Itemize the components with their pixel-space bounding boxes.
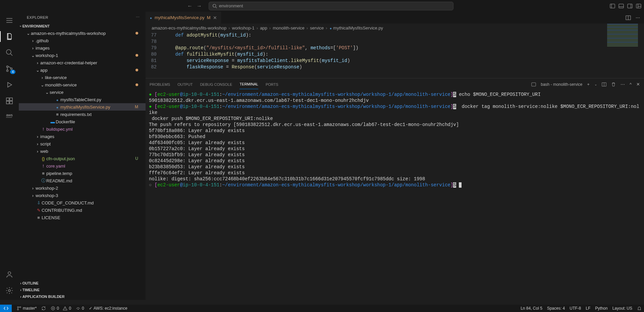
menu-icon[interactable] (5, 16, 13, 24)
indentation[interactable]: Spaces: 4 (545, 306, 567, 311)
layout-panel-icon[interactable] (619, 3, 624, 9)
tab-terminal[interactable]: TERMINAL (239, 79, 258, 89)
maximize-panel-icon[interactable]: ^ (630, 82, 632, 87)
tab-active[interactable]: ⬥ mythicalMysfitsService.py M ✕ (146, 12, 221, 23)
ports[interactable]: 0 (73, 306, 87, 311)
tab-output[interactable]: OUTPUT (177, 80, 193, 89)
tab-ports[interactable]: PORTS (266, 80, 278, 89)
aws-status[interactable]: ✓AWS: ec2:instance (87, 306, 130, 311)
breadcrumb-item[interactable]: amazon-ecs-mythicalmysfits-workshop (152, 25, 226, 30)
kill-terminal-icon[interactable] (611, 82, 616, 87)
editor-more-icon[interactable]: ⋯ (636, 15, 640, 20)
terminal-dropdown-icon[interactable]: ⌄ (594, 82, 597, 86)
folder-item[interactable]: ›images (19, 44, 146, 52)
folder-item[interactable]: ›like-service (19, 74, 146, 81)
close-panel-icon[interactable]: ✕ (636, 82, 640, 87)
section-outline[interactable]: ›OUTLINE (19, 280, 146, 287)
svg-point-0 (213, 4, 216, 7)
breadcrumb-item[interactable]: workshop-1 (232, 25, 255, 30)
file-item[interactable]: ▬Dockerfile (19, 118, 146, 125)
git-branch[interactable]: master* (14, 306, 39, 311)
language-mode[interactable]: Python (593, 306, 610, 311)
keyboard-layout[interactable]: Layout: US (610, 306, 635, 311)
terminal-label[interactable]: bash - monolith-service (541, 82, 582, 87)
layout-sidebar-right-icon[interactable] (627, 3, 633, 9)
folder-item[interactable]: ›amazon-ecr-credential-helper (19, 59, 146, 66)
folder-item[interactable]: ⌄service (19, 88, 146, 96)
svg-rect-20 (6, 98, 9, 101)
breadcrumb-item[interactable]: ⬥ mythicalMysfitsService.py (329, 25, 383, 30)
nav-forward-icon[interactable]: → (197, 3, 202, 9)
folder-item[interactable]: ›web (19, 147, 146, 155)
sidebar-more-icon[interactable]: ⋯ (136, 15, 140, 19)
folder-item[interactable]: ›workshop-2 (19, 184, 146, 192)
folder-item[interactable]: ⌄amazon-ecs-mythicalmysfits-workshop (19, 29, 146, 37)
close-icon[interactable]: ✕ (213, 15, 217, 20)
folder-item[interactable]: ⌄monolith-service (19, 81, 146, 88)
breadcrumb[interactable]: amazon-ecs-mythicalmysfits-workshop›work… (146, 23, 644, 32)
terminal-content[interactable]: ● [ec2-user@ip-10-0-4-151:~/environment/… (146, 90, 644, 300)
file-item[interactable]: !core.yaml (19, 162, 146, 170)
svg-rect-4 (619, 4, 624, 8)
nav-back-icon[interactable]: ← (187, 3, 193, 9)
svg-rect-22 (6, 101, 9, 104)
breadcrumb-item[interactable]: app (260, 25, 267, 30)
file-item[interactable]: ⓘREADME.md (19, 177, 146, 184)
layout-customize-icon[interactable] (636, 3, 641, 9)
remote-indicator[interactable] (0, 305, 12, 312)
section-timeline[interactable]: ›TIMELINE (19, 287, 146, 293)
git-sync[interactable] (39, 306, 48, 311)
debug-nav-icon[interactable] (5, 81, 13, 89)
file-item[interactable]: ⬥mysfitsTableClient.py (19, 96, 146, 103)
extensions-icon[interactable] (5, 97, 13, 105)
folder-item[interactable]: ›images (19, 133, 146, 140)
scm-icon[interactable]: 4 (5, 65, 13, 73)
aws-icon[interactable]: aws (6, 113, 13, 118)
file-item[interactable]: ⇩CODE_OF_CONDUCT.md (19, 199, 146, 206)
svg-point-25 (8, 290, 10, 292)
split-terminal-icon[interactable] (602, 82, 606, 87)
file-item[interactable]: ≡pipeline.temp (19, 170, 146, 177)
file-item[interactable]: {}cfn-output.jsonU (19, 155, 146, 162)
svg-point-17 (7, 70, 8, 72)
explorer-icon[interactable] (5, 33, 13, 41)
svg-point-38 (78, 309, 78, 310)
new-terminal-icon[interactable]: + (587, 82, 590, 87)
section-appbuilder[interactable]: ›APPLICATION BUILDER (19, 293, 146, 300)
layout-sidebar-left-icon[interactable] (610, 3, 615, 9)
file-item[interactable]: ≡LICENSE (19, 214, 146, 221)
cursor-position[interactable]: Ln 84, Col 5 (518, 306, 545, 311)
settings-icon[interactable] (5, 287, 13, 295)
scm-badge: 4 (10, 70, 15, 74)
tab-problems[interactable]: PROBLEMS (150, 80, 170, 89)
command-center[interactable]: environment (209, 2, 453, 10)
folder-item[interactable]: ›workshop-3 (19, 192, 146, 199)
chevron-right-icon: › (20, 281, 21, 285)
breadcrumb-item[interactable]: service (310, 25, 324, 30)
file-item[interactable]: ≡requirements.txt (19, 111, 146, 118)
eol[interactable]: LF (583, 306, 593, 311)
section-environment[interactable]: › ENVIRONMENT (19, 23, 146, 29)
notifications-icon[interactable] (635, 306, 644, 311)
file-item[interactable]: ✎CONTRIBUTING.md (19, 206, 146, 214)
search-nav-icon[interactable] (5, 49, 13, 57)
breadcrumb-item[interactable]: monolith-service (273, 25, 305, 30)
minimap[interactable] (606, 23, 639, 70)
tab-label: mythicalMysfitsService.py (155, 15, 205, 20)
folder-item[interactable]: ⌄workshop-1 (19, 52, 146, 59)
folder-item[interactable]: ›.github (19, 37, 146, 44)
errors-warnings[interactable]: 0 0 (48, 306, 73, 311)
folder-item[interactable]: ›script (19, 140, 146, 147)
svg-point-32 (17, 309, 19, 310)
account-icon[interactable] (5, 270, 13, 278)
tab-debug-console[interactable]: DEBUG CONSOLE (200, 80, 232, 89)
folder-item[interactable]: ⌄app (19, 66, 146, 74)
encoding[interactable]: UTF-8 (567, 306, 583, 311)
file-item[interactable]: !buildspec.yml (19, 125, 146, 133)
search-icon (212, 4, 217, 8)
file-item[interactable]: ⬥mythicalMysfitsService.pyM (19, 103, 146, 111)
split-editor-icon[interactable] (626, 15, 631, 20)
code-editor[interactable]: 77 def adoptMysfit(mysfit_id):7879 @app.… (146, 32, 644, 78)
panel-more-icon[interactable]: ⋯ (621, 82, 625, 87)
chevron-right-icon: › (20, 295, 21, 299)
